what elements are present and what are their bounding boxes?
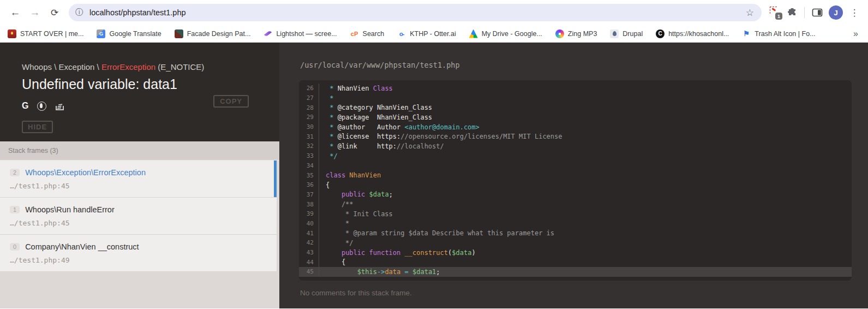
line-number: 37 xyxy=(299,191,319,198)
stack-frame[interactable]: 0Company\NhanVien __construct…/test1.php… xyxy=(0,235,277,272)
bookmark-label: Google Translate xyxy=(109,30,161,38)
capture-extension-icon: 1 xyxy=(769,6,782,19)
capture-extension-button[interactable]: 1 xyxy=(767,4,783,21)
code-line: 41 * @param string $data Describe what t… xyxy=(299,228,852,238)
bookmark-label: Trash Alt Icon | Fo... xyxy=(755,30,815,38)
line-number: 42 xyxy=(299,239,319,246)
profile-avatar[interactable]: J xyxy=(829,5,843,20)
exception-severity: (E_NOTICE) xyxy=(155,62,204,72)
url-text[interactable]: localhost/phpstan/test1.php xyxy=(89,8,745,17)
code-line-text: * @license https://opensource.org/licens… xyxy=(319,132,562,141)
code-line: 44 { xyxy=(299,257,852,267)
line-number: 30 xyxy=(299,123,319,130)
code-line-text: public $data; xyxy=(319,190,393,200)
stack-frame[interactable]: 2Whoops\Exception\ErrorException…/test1.… xyxy=(0,161,277,198)
line-number: 34 xyxy=(299,162,319,169)
code-line-text: { xyxy=(319,180,330,190)
extensions-puzzle-icon[interactable] xyxy=(783,4,800,21)
frame-name: Company\NhanVien __construct xyxy=(25,242,139,251)
forward-icon[interactable]: → xyxy=(27,5,43,20)
hide-button[interactable]: HIDE xyxy=(22,121,53,133)
code-line: 45 $this->data = $data1; xyxy=(299,267,852,277)
line-number: 31 xyxy=(299,133,319,140)
stack-frame[interactable]: 1Whoops\Run handleError…/test1.php:45 xyxy=(0,198,277,235)
browser-menu-icon[interactable]: ⋮ xyxy=(846,4,863,21)
bookmark-item[interactable]: Chttps://khosachonl... xyxy=(656,29,729,38)
bookmark-item[interactable]: o-KTHP - Otter.ai xyxy=(397,29,456,38)
stack-frames-list: 2Whoops\Exception\ErrorException…/test1.… xyxy=(0,161,279,308)
bookmark-label: Lightshot — scree... xyxy=(276,30,337,38)
line-number: 38 xyxy=(299,201,319,208)
code-line-text: class NhanVien xyxy=(319,170,381,180)
whoops-page: Whoops \ Exception \ ErrorException (E_N… xyxy=(0,43,868,308)
reload-icon[interactable]: ⟳ xyxy=(47,5,62,20)
address-bar[interactable]: ⓘ localhost/phpstan/test1.php ☆ xyxy=(69,4,762,21)
frame-file-path: …/test1.php:45 xyxy=(10,182,267,190)
bookmark-item[interactable]: START OVER | me... xyxy=(8,29,83,38)
bookmark-label: Facade Design Pat... xyxy=(187,30,251,38)
line-number: 39 xyxy=(299,210,319,217)
line-number: 28 xyxy=(299,104,319,111)
drupal-icon xyxy=(610,29,619,38)
code-block: 26 * NhanVien Class27 *28 * @category Nh… xyxy=(299,80,852,281)
code-line-text: * NhanVien Class xyxy=(319,84,393,93)
bookmark-item[interactable]: Lightshot — scree... xyxy=(264,29,337,38)
line-number: 45 xyxy=(299,268,319,275)
bookmark-item[interactable]: My Drive - Google... xyxy=(469,29,542,38)
bookmark-item[interactable]: ⚑Trash Alt Icon | Fo... xyxy=(742,29,815,38)
code-line: 40 * xyxy=(299,219,852,229)
back-icon[interactable]: ← xyxy=(8,5,23,20)
feather-icon xyxy=(264,30,272,37)
code-line-text: * @author Author <author@domain.com> xyxy=(319,122,480,132)
bookmark-item[interactable]: GGoogle Translate xyxy=(97,29,161,38)
code-line-text: * Init Class xyxy=(319,209,393,219)
frame-name: Whoops\Exception\ErrorException xyxy=(25,168,146,177)
code-line-text: { xyxy=(319,257,345,267)
bookmark-label: START OVER | me... xyxy=(20,30,83,38)
side-panel-icon[interactable] xyxy=(809,4,825,21)
stackoverflow-search-icon[interactable] xyxy=(55,102,63,110)
line-number: 35 xyxy=(299,172,319,179)
translate-icon: G xyxy=(97,29,105,38)
code-line: 29 * @package NhanVien_Class xyxy=(299,112,852,122)
bookmark-item[interactable]: Drupal xyxy=(610,29,643,38)
bookmark-label: https://khosachonl... xyxy=(668,30,729,38)
frame-index-badge: 1 xyxy=(10,206,20,213)
source-file-path: /usr/local/var/www/phpstan/test1.php xyxy=(300,61,868,69)
line-number: 36 xyxy=(299,181,319,188)
extension-badge: 1 xyxy=(775,13,782,20)
code-line-text: /** xyxy=(319,199,354,209)
flag-icon: ⚑ xyxy=(742,29,751,38)
frame-index-badge: 0 xyxy=(10,243,20,251)
exception-message: Undefined variable: data1 xyxy=(22,76,265,92)
drive-icon xyxy=(469,29,478,38)
no-comments-text: No comments for this stack frame. xyxy=(300,289,868,297)
line-number: 27 xyxy=(299,94,319,102)
bookmarks-overflow-chevron-icon[interactable]: » xyxy=(853,29,858,39)
site-info-icon[interactable]: ⓘ xyxy=(72,5,86,20)
exception-header: Whoops \ Exception \ ErrorException (E_N… xyxy=(0,43,279,141)
frame-index-badge: 2 xyxy=(10,169,20,176)
bookmark-item[interactable]: cPSearch xyxy=(350,29,385,38)
dark-circle-icon: C xyxy=(656,29,665,38)
facade-icon xyxy=(175,29,183,38)
code-line: 36{ xyxy=(299,180,852,190)
code-line-text: * @link http://localhost/ xyxy=(319,141,444,151)
copy-button[interactable]: COPY xyxy=(213,95,249,108)
code-line: 35class NhanVien xyxy=(299,170,852,180)
bookmark-star-icon[interactable]: ☆ xyxy=(745,7,755,19)
line-number: 29 xyxy=(299,114,319,121)
otter-icon: o- xyxy=(397,29,406,38)
bookmark-item[interactable]: Zing MP3 xyxy=(555,29,597,38)
code-line-text: */ xyxy=(319,238,354,248)
google-search-icon[interactable]: G xyxy=(22,101,28,111)
exception-class: ErrorException xyxy=(101,62,155,72)
bookmark-item[interactable]: Facade Design Pat... xyxy=(175,29,251,38)
code-line: 31 * @license https://opensource.org/lic… xyxy=(299,132,852,141)
bookmark-label: Zing MP3 xyxy=(568,30,597,38)
code-line-text: $this->data = $data1; xyxy=(319,267,440,277)
duckduckgo-search-icon[interactable] xyxy=(37,102,46,111)
exception-breadcrumb: Whoops \ Exception \ ErrorException (E_N… xyxy=(22,62,265,72)
code-line: 33 */ xyxy=(299,151,852,161)
code-line: 26 * NhanVien Class xyxy=(299,84,852,93)
